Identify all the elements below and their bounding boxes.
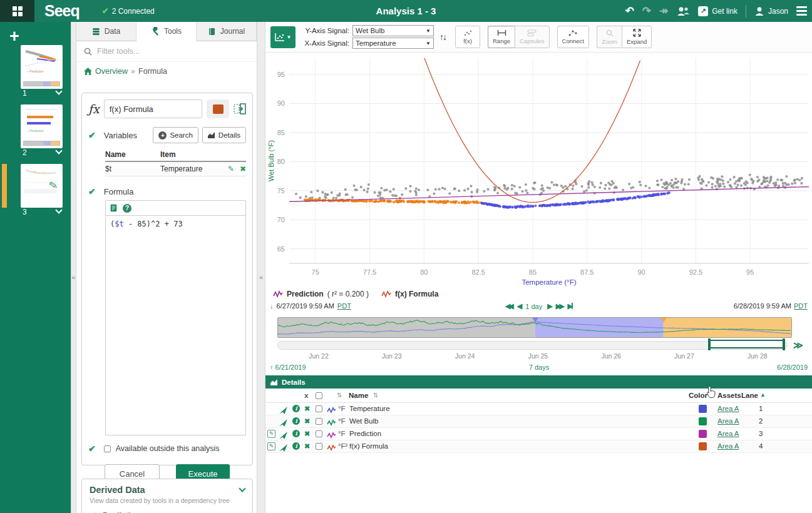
details-variable-button[interactable]: Details — [202, 127, 246, 143]
step-back-large-icon[interactable]: ◀◀ — [505, 302, 512, 310]
home-icon[interactable] — [84, 68, 92, 75]
info-icon[interactable]: i — [292, 417, 300, 425]
investigate-duration[interactable]: 7 days — [529, 363, 549, 371]
color-swatch[interactable] — [699, 417, 707, 425]
step-forward-icon[interactable]: ▶ — [547, 302, 550, 310]
row-checkbox[interactable] — [316, 430, 322, 437]
header-name[interactable]: Name — [349, 392, 368, 399]
redo-button[interactable]: ↷ — [642, 6, 651, 16]
remove-item-icon[interactable]: ✖ — [304, 430, 310, 438]
search-variable-button[interactable]: + Search — [153, 127, 198, 143]
timezone-link-end[interactable]: PDT — [794, 302, 808, 310]
info-icon[interactable]: i — [292, 430, 300, 437]
users-icon[interactable] — [676, 6, 690, 16]
remove-item-icon[interactable]: ✖ — [304, 405, 310, 413]
tab-tools[interactable]: Tools — [136, 22, 197, 41]
remove-item-icon[interactable]: ✖ — [304, 442, 310, 450]
available-checkbox[interactable] — [104, 445, 111, 452]
color-swatch[interactable] — [699, 405, 707, 413]
connect-button[interactable]: Connect — [557, 26, 589, 48]
timeline-minimap[interactable] — [277, 317, 792, 338]
item-name[interactable]: Wet Bulb — [349, 417, 378, 425]
sort-ascending-icon[interactable]: ▲ — [760, 392, 766, 398]
row-checkbox[interactable] — [316, 418, 322, 425]
worksheet-2-chevron-icon[interactable] — [55, 147, 62, 154]
worksheet-3-chevron-icon[interactable] — [55, 206, 62, 213]
get-link-button[interactable]: ↗ Get link — [698, 6, 737, 16]
fx-overlay-button[interactable]: f(x) — [455, 26, 480, 48]
expand-button[interactable]: Expand — [622, 26, 652, 48]
sort-icon-name[interactable]: ⇅ — [373, 392, 378, 399]
row-checkbox[interactable] — [316, 443, 322, 450]
auto-update-icon[interactable]: ≫ — [793, 340, 803, 351]
item-name[interactable]: Prediction — [349, 430, 381, 437]
item-name[interactable]: Temperature — [349, 405, 390, 412]
redo-all-button[interactable]: ↠ — [659, 6, 668, 16]
connection-status[interactable]: ✔ 2 Connected — [102, 6, 155, 16]
x-axis-signal-select[interactable]: Temperature▼ — [352, 38, 434, 49]
formula-editor[interactable]: ($t - 85)^2 + 73 — [105, 215, 246, 435]
header-select-all-checkbox[interactable] — [316, 392, 322, 399]
remove-item-icon[interactable]: ✖ — [304, 417, 310, 425]
chart-type-dropdown[interactable]: ▼ — [270, 26, 296, 48]
color-swatch[interactable] — [699, 442, 707, 450]
investigate-end[interactable]: 6/28/2019 — [777, 363, 808, 371]
header-remove-all[interactable]: x — [304, 392, 308, 399]
add-worksheet-button[interactable]: + — [9, 27, 19, 46]
scrollbar-selection[interactable] — [709, 340, 784, 348]
worksheet-thumbnail-1[interactable]: ~ Prediction — [21, 45, 63, 89]
undo-button[interactable]: ↶ — [625, 6, 634, 16]
document-icon[interactable] — [110, 204, 117, 212]
item-name[interactable]: f(x) Formula — [349, 442, 388, 450]
panel-collapse-strip[interactable]: « — [257, 22, 265, 513]
asset-link[interactable]: Area A — [717, 405, 739, 412]
edit-item-icon[interactable]: ✎ — [267, 442, 275, 450]
investigate-start[interactable]: 6/21/2019 — [275, 363, 306, 371]
sort-icon[interactable]: ⇅ — [337, 392, 342, 399]
color-swatch-button[interactable] — [207, 99, 229, 118]
range-end[interactable]: 6/28/2019 9:59 AM — [734, 302, 791, 310]
step-back-icon[interactable]: ◀ — [517, 302, 520, 310]
edit-item-icon[interactable]: ✎ — [267, 430, 275, 438]
range-start-arrow-icon[interactable]: ↓ — [270, 302, 274, 310]
asset-link[interactable]: Area A — [717, 430, 739, 437]
scatter-chart[interactable]: 657075808590957577.58082.58587.59092.595… — [265, 53, 812, 287]
timezone-link[interactable]: PDT — [337, 302, 351, 310]
range-duration[interactable]: 1 day — [525, 303, 542, 310]
user-menu[interactable]: Jason — [754, 6, 788, 16]
formula-name-input[interactable]: f(x) Formula — [104, 99, 202, 118]
step-forward-large-icon[interactable]: ▶▶ — [556, 302, 563, 310]
tab-journal[interactable]: Journal — [197, 22, 257, 41]
swap-axes-button[interactable]: ↑↓ — [436, 26, 449, 48]
details-panel-header[interactable]: Details — [265, 375, 812, 389]
step-to-end-icon[interactable]: ▶ — [568, 302, 573, 310]
sidebar-collapse-strip[interactable]: « — [71, 22, 76, 513]
asset-link[interactable]: Area A — [717, 417, 739, 425]
header-lane[interactable]: Lane — [741, 392, 758, 399]
zoom-button[interactable]: Zoom — [597, 26, 622, 48]
filter-tools-input[interactable] — [97, 47, 249, 56]
breadcrumb-overview-link[interactable]: Overview — [95, 67, 128, 76]
range-start[interactable]: 6/27/2019 9:59 AM — [277, 302, 334, 310]
apps-menu-button[interactable] — [0, 0, 34, 22]
hamburger-menu[interactable] — [796, 6, 807, 16]
range-button[interactable]: Range — [488, 26, 515, 48]
info-icon[interactable]: i — [292, 405, 300, 412]
worksheet-1-chevron-icon[interactable] — [55, 88, 62, 94]
remove-variable-icon[interactable]: ✖ — [240, 165, 246, 173]
y-axis-signal-select[interactable]: Wet Bulb▼ — [352, 25, 434, 36]
header-color[interactable]: Color — [689, 392, 707, 399]
info-icon[interactable]: i — [292, 442, 300, 450]
capsules-button[interactable]: Capsules — [515, 26, 550, 48]
row-checkbox[interactable] — [316, 405, 322, 412]
color-swatch[interactable] — [699, 430, 707, 438]
worksheet-thumbnail-3[interactable]: ✎ — [21, 164, 63, 208]
edit-variable-icon[interactable]: ✎ — [228, 165, 234, 173]
derived-collapse-chevron-icon[interactable] — [239, 485, 245, 492]
tab-data[interactable]: Data — [76, 22, 136, 41]
help-icon[interactable]: ? — [123, 204, 131, 213]
asset-link[interactable]: Area A — [717, 442, 739, 450]
insert-panel-icon[interactable] — [234, 103, 246, 115]
header-assets[interactable]: Assets — [717, 392, 741, 399]
investigate-start-arrow-icon[interactable]: ↑ — [270, 363, 274, 371]
